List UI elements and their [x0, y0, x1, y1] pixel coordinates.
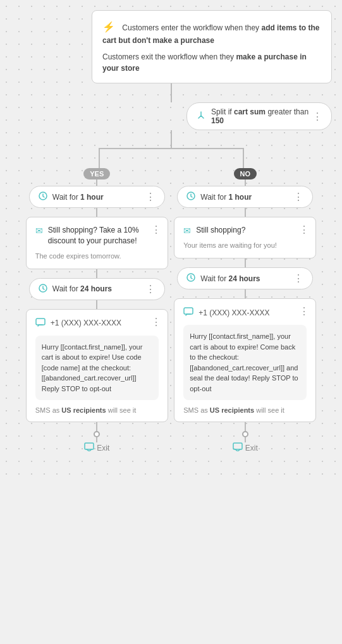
- yes-sms-message: Hurry [[contact.first_name]], your cart …: [35, 336, 159, 401]
- yes-exit-label: Exit: [97, 444, 109, 453]
- yes-exit-icon: [84, 442, 94, 453]
- yes-email-card[interactable]: ⋮ ✉ Still shopping? Take a 10% discount …: [26, 217, 168, 269]
- email-icon-yes: ✉: [35, 226, 43, 236]
- yes-sms-footer: SMS as US recipients will see it: [35, 406, 159, 414]
- split-icon: [196, 111, 206, 123]
- yes-wait2-label: Wait for 24 hours: [52, 284, 145, 293]
- svg-rect-2: [36, 319, 45, 325]
- no-branch: NO Wait for 1 hour ⋮ ⋮ ✉ Still shopping?…: [171, 168, 320, 453]
- no-wait1-more[interactable]: ⋮: [293, 191, 303, 203]
- yes-wait2-more[interactable]: ⋮: [145, 283, 156, 295]
- yes-sms-card[interactable]: ⋮ +1 (XXX) XXX-XXXX Hurry [[contact.firs…: [26, 309, 168, 423]
- no-email-more[interactable]: ⋮: [299, 224, 309, 236]
- no-wait2-node[interactable]: Wait for 24 hours ⋮: [177, 267, 313, 289]
- clock-icon-no2: [186, 273, 195, 284]
- yes-sms-number: +1 (XXX) XXX-XXXX: [51, 319, 159, 327]
- lightning-icon: ⚡: [102, 21, 115, 32]
- no-email-body: Your items are waiting for you!: [183, 241, 307, 250]
- no-exit-label: Exit: [245, 444, 258, 453]
- yes-wait2-node[interactable]: Wait for 24 hours ⋮: [29, 278, 165, 300]
- sms-icon-no: [183, 307, 193, 319]
- no-sms-more[interactable]: ⋮: [299, 305, 309, 317]
- sms-icon-yes: [35, 317, 46, 329]
- no-label: NO: [234, 168, 257, 179]
- yes-email-more[interactable]: ⋮: [151, 224, 161, 236]
- no-email-title: Still shopping?: [196, 225, 307, 236]
- svg-rect-3: [85, 443, 94, 449]
- no-sms-footer: SMS as US recipients will see it: [183, 406, 307, 414]
- clock-icon-yes2: [39, 284, 47, 295]
- no-sms-number: +1 (XXX) XXX-XXXX: [198, 308, 307, 317]
- svg-rect-7: [233, 443, 242, 449]
- yes-wait1-more[interactable]: ⋮: [145, 191, 156, 203]
- yes-wait1-label: Wait for 1 hour: [52, 193, 145, 202]
- clock-icon-yes1: [39, 191, 47, 202]
- no-wait2-label: Wait for 24 hours: [200, 274, 293, 283]
- yes-sms-more[interactable]: ⋮: [151, 316, 161, 328]
- no-email-card[interactable]: ⋮ ✉ Still shopping? Your items are waiti…: [174, 217, 316, 258]
- no-sms-card[interactable]: ⋮ +1 (XXX) XXX-XXXX Hurry [[contact.firs…: [174, 298, 316, 422]
- split-node[interactable]: Split if cart sum greater than 150 ⋮: [186, 102, 332, 130]
- no-exit-node: Exit: [233, 431, 258, 453]
- yes-exit-dot: [94, 431, 100, 437]
- no-wait1-node[interactable]: Wait for 1 hour ⋮: [177, 186, 313, 208]
- clock-icon-no1: [186, 191, 195, 202]
- svg-rect-6: [184, 308, 193, 314]
- no-wait2-more[interactable]: ⋮: [293, 272, 303, 284]
- no-sms-message: Hurry [[contact.first_name]], your cart …: [183, 325, 307, 400]
- yes-branch: YES Wait for 1 hour ⋮ ⋮ ✉ Still shopping…: [23, 168, 171, 453]
- split-label: Split if cart sum greater than 150: [211, 107, 312, 125]
- yes-wait1-node[interactable]: Wait for 1 hour ⋮: [29, 186, 165, 208]
- email-icon-no: ✉: [183, 226, 191, 236]
- yes-email-body: The code expires tomorrow.: [35, 252, 159, 261]
- yes-email-title: Still shopping? Take a 10% discount to y…: [48, 225, 159, 246]
- trigger-box: ⚡ Customers enter the workflow when they…: [10, 10, 332, 83]
- no-exit-dot: [242, 431, 248, 437]
- yes-exit-node: Exit: [84, 431, 109, 453]
- no-exit-icon: [233, 442, 243, 453]
- split-more-icon[interactable]: ⋮: [312, 111, 322, 123]
- yes-label: YES: [83, 168, 110, 179]
- no-wait1-label: Wait for 1 hour: [200, 193, 293, 202]
